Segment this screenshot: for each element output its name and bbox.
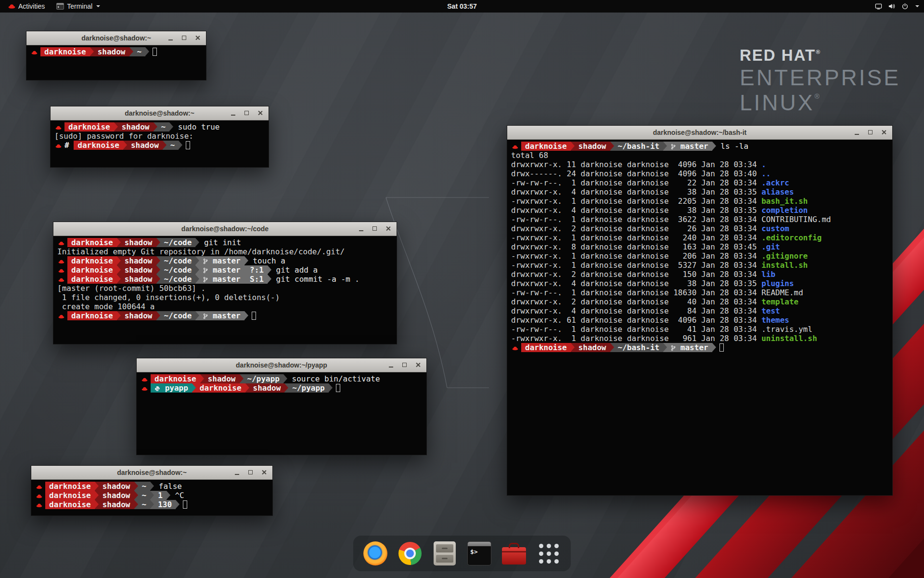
window-titlebar[interactable]: darknoise@shadow:~: [31, 466, 272, 480]
clock[interactable]: Sat 03:57: [447, 2, 476, 10]
close-button[interactable]: [412, 360, 424, 370]
redhat-icon: [57, 265, 67, 275]
file-name: .git: [761, 242, 780, 251]
window-titlebar[interactable]: darknoise@shadow:~/pyapp: [137, 358, 426, 372]
file-name: CONTRIBUTING.md: [761, 215, 831, 224]
powerline-arrow: [134, 491, 138, 500]
maximize-button[interactable]: [241, 108, 253, 118]
minimize-button[interactable]: [355, 223, 367, 234]
terminal-screen[interactable]: darknoiseshadow~: [26, 45, 206, 84]
redhat-icon: [54, 122, 64, 131]
window-titlebar[interactable]: darknoise@shadow:~: [51, 106, 269, 120]
terminal-screen[interactable]: darknoiseshadow~/code git initInitialize…: [53, 236, 397, 348]
minimize-button[interactable]: [165, 33, 177, 43]
minimize-button[interactable]: [385, 360, 397, 370]
powerline-arrow: [663, 343, 667, 352]
terminal-window-4[interactable]: darknoise@shadow:~/pyappdarknoiseshadow~…: [136, 358, 427, 455]
window-controls: [385, 360, 424, 370]
host-segment: shadow: [99, 491, 134, 500]
toolbox-icon[interactable]: [500, 540, 527, 567]
maximize-button[interactable]: [369, 223, 381, 234]
host-segment: shadow: [121, 238, 156, 247]
app-grid-dots: [539, 544, 559, 564]
close-button[interactable]: [878, 127, 890, 137]
powerline-arrow: [156, 275, 160, 284]
terminal-window-6[interactable]: darknoise@shadow:~/bash-itdarknoiseshado…: [507, 125, 893, 496]
app-grid-icon[interactable]: [535, 540, 562, 567]
window-titlebar[interactable]: darknoise@shadow:~/code: [53, 222, 397, 236]
toolbox-shape: [502, 547, 526, 565]
terminal-screen[interactable]: darknoiseshadow~/bash-it master ls -lato…: [507, 140, 892, 499]
minimize-button[interactable]: [231, 467, 243, 477]
close-button[interactable]: [382, 223, 394, 234]
file-meta: -rwxrwxr-x. 1 darknoise darknoise 206 Ja…: [511, 251, 761, 261]
terminal-screen[interactable]: darknoiseshadow~ sudo true[sudo] passwor…: [51, 120, 269, 171]
terminal-window-2[interactable]: darknoise@shadow:~darknoiseshadow~ sudo …: [50, 106, 269, 168]
user-segment: darknoise: [67, 265, 117, 275]
minimize-button[interactable]: [227, 108, 239, 118]
file-name: .ackrc: [761, 178, 789, 187]
close-button[interactable]: [254, 108, 266, 118]
window-controls: [355, 223, 394, 234]
prompt-line: darknoiseshadow~/code git init: [57, 238, 393, 247]
powerline-arrow: [156, 256, 160, 265]
powerline-arrow: [156, 265, 160, 275]
close-button[interactable]: [192, 33, 204, 43]
user-segment: darknoise: [45, 482, 95, 491]
terminal-window-1[interactable]: darknoise@shadow:~darknoiseshadow~: [26, 31, 206, 80]
window-titlebar[interactable]: darknoise@shadow:~/bash-it: [507, 126, 892, 140]
output-line: drwxrwxr-x. 2 darknoise darknoise 26 Jan…: [511, 224, 888, 233]
powerline-arrow-shape: [129, 47, 133, 56]
terminal-launcher-icon[interactable]: $>: [466, 540, 493, 567]
powerline-arrow: [712, 142, 716, 151]
path-segment: ~: [138, 500, 151, 509]
file-name: lib: [761, 270, 775, 279]
command-text: git add a: [271, 265, 318, 275]
file-meta: -rwxrwxr-x. 1 darknoise darknoise 240 Ja…: [511, 233, 761, 242]
path-segment: ~/bash-it: [614, 343, 664, 352]
terminal-window-3[interactable]: darknoise@shadow:~/codedarknoiseshadow~/…: [53, 222, 397, 344]
maximize-icon: [372, 226, 377, 231]
window-titlebar[interactable]: darknoise@shadow:~: [26, 31, 206, 45]
user-segment: darknoise: [40, 47, 90, 56]
system-status-area[interactable]: [875, 0, 919, 13]
terminal-screen[interactable]: darknoiseshadow~/pyapp source bin/activa…: [137, 372, 426, 459]
minimize-icon: [231, 115, 235, 116]
minimize-button[interactable]: [851, 127, 863, 137]
file-manager-icon[interactable]: [431, 540, 458, 567]
powerline-arrow-shape: [244, 256, 248, 265]
terminal-window-5[interactable]: darknoise@shadow:~darknoiseshadow~ false…: [31, 465, 273, 516]
redhat-icon: [35, 482, 45, 491]
output-line: Initialized empty Git repository in /hom…: [57, 247, 393, 256]
git-branch-icon: [203, 311, 208, 320]
output-line: drwx------. 24 darknoise darknoise 4096 …: [511, 169, 888, 178]
google-chrome-icon[interactable]: [397, 540, 424, 567]
terminal-screen[interactable]: darknoiseshadow~ falsedarknoiseshadow~1 …: [31, 480, 272, 519]
minimize-icon: [168, 39, 173, 40]
close-icon: [881, 130, 886, 135]
maximize-button[interactable]: [178, 33, 190, 43]
powerline-arrow: [179, 141, 182, 150]
powerline-arrow: [244, 311, 248, 320]
powerline-arrow: [268, 275, 271, 284]
maximize-button[interactable]: [244, 467, 257, 477]
maximize-button[interactable]: [864, 127, 876, 137]
file-meta: drwxrwxr-x. 2 darknoise darknoise 150 Ja…: [511, 270, 761, 279]
powerline-arrow: [129, 47, 133, 56]
redhat-icon: [57, 256, 67, 265]
window-controls: [227, 108, 266, 118]
maximize-icon: [182, 36, 186, 40]
close-button[interactable]: [258, 467, 270, 477]
user-segment: darknoise: [151, 374, 200, 383]
file-meta: drwxrwxr-x. 2 darknoise darknoise 26 Jan…: [511, 224, 761, 233]
powerline-arrow-shape: [117, 265, 121, 274]
output-text: [sudo] password for darknoise:: [54, 131, 193, 141]
app-menu-terminal[interactable]: Terminal: [52, 0, 104, 13]
host-segment: shadow: [249, 383, 285, 393]
firefox-icon[interactable]: [362, 540, 389, 567]
powerline-arrow: [329, 383, 333, 393]
user-segment: darknoise: [67, 275, 117, 284]
git-segment: master S:1: [199, 275, 268, 284]
activities-button[interactable]: Activities: [4, 0, 49, 13]
maximize-button[interactable]: [398, 360, 411, 370]
